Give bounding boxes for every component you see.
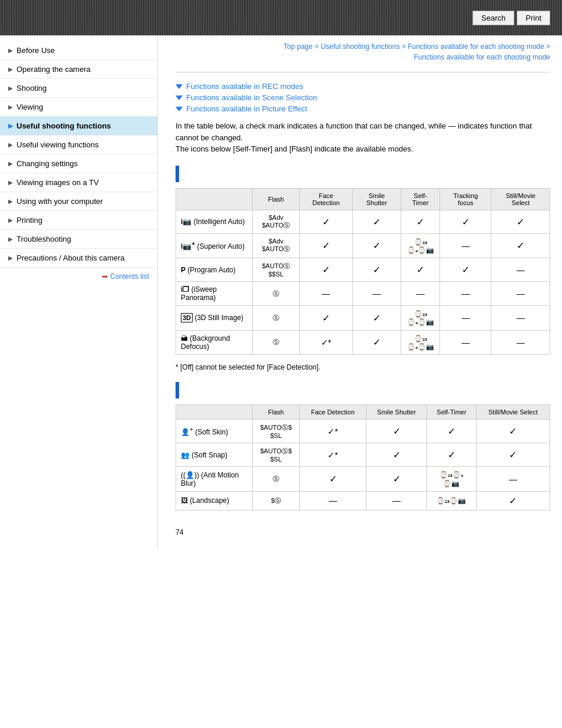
page-number: 74 <box>176 528 550 536</box>
col-header-mode <box>176 188 253 210</box>
tracking-bg-defocus: — <box>440 330 491 355</box>
sidebar-arrow-viewing: ▶ <box>8 104 13 110</box>
sidebar-item-useful-shooting[interactable]: ▶ Useful shooting functions <box>0 117 157 136</box>
content-divider <box>176 72 550 73</box>
link-rec-modes[interactable]: Functions available in REC modes <box>176 82 550 91</box>
breadcrumb-top[interactable]: Top page <box>283 42 312 51</box>
sidebar-arrow-useful-viewing: ▶ <box>8 141 13 148</box>
breadcrumb-functions-mode[interactable]: Functions available for each shooting mo… <box>408 42 544 51</box>
sidebar-item-operating[interactable]: ▶ Operating the camera <box>0 60 157 79</box>
section2-header <box>176 382 550 398</box>
breadcrumb-functions-mode2[interactable]: Functions available for each shooting mo… <box>414 53 550 61</box>
sidebar-item-changing-settings[interactable]: ▶ Changing settings <box>0 154 157 173</box>
tracking-3d-still: — <box>440 306 491 331</box>
sidebar-label-shooting: Shooting <box>16 84 47 93</box>
table-row: 👤+ (Soft Skin) $AUTOⓈ$$SL ✓* ✓ ✓ ✓ <box>176 420 550 443</box>
contents-link-arrow-icon: ➡ <box>102 272 108 281</box>
col2-header-mode <box>176 405 253 420</box>
col2-header-still-movie: Still/Movie Select <box>476 405 550 420</box>
face-soft-snap: ✓* <box>300 443 366 467</box>
flash-anti-motion-blur: Ⓢ <box>253 467 300 492</box>
sidebar-label-troubleshooting: Troubleshooting <box>16 235 71 243</box>
sidebar-item-before-use[interactable]: ▶ Before Use <box>0 41 157 60</box>
description-text: In the table below, a check mark indicat… <box>176 120 550 155</box>
sidebar-arrow-shooting: ▶ <box>8 85 13 91</box>
breadcrumb-useful-shooting[interactable]: Useful shooting functions <box>320 42 399 51</box>
selftimer-isweep: — <box>401 282 440 306</box>
sidebar-label-viewing-tv: Viewing images on a TV <box>16 178 99 187</box>
stillmovie-soft-skin: ✓ <box>476 420 550 443</box>
sidebar-arrow-precautions: ▶ <box>8 255 13 261</box>
page-header: Search Print <box>0 0 562 35</box>
sidebar-label-printing: Printing <box>16 216 42 225</box>
smile-soft-snap: ✓ <box>366 443 427 467</box>
selftimer-anti-motion-blur: ⌚₂₃⌚₄⌚📷 <box>427 467 477 492</box>
col-header-flash: Flash <box>253 188 300 210</box>
sidebar-arrow-changing-settings: ▶ <box>8 160 13 167</box>
section1-header <box>176 166 550 182</box>
sidebar-arrow-printing: ▶ <box>8 217 13 223</box>
search-button[interactable]: Search <box>472 11 514 25</box>
stillmovie-program-auto: — <box>491 258 550 282</box>
sidebar-label-useful-shooting: Useful shooting functions <box>16 121 111 130</box>
scene-selection-table: Flash Face Detection Smile Shutter Self-… <box>176 404 550 510</box>
table1-footnote: * [Off] cannot be selected for [Face Det… <box>176 363 550 371</box>
mode-superior-auto: i📷+ (Superior Auto) <box>176 233 253 258</box>
col2-header-smile: Smile Shutter <box>366 405 427 420</box>
mode-bg-defocus: 🏔 (Background Defocus) <box>176 330 253 355</box>
flash-soft-skin: $AUTOⓈ$$SL <box>253 420 300 443</box>
sidebar-item-viewing-tv[interactable]: ▶ Viewing images on a TV <box>0 173 157 192</box>
sidebar-item-troubleshooting[interactable]: ▶ Troubleshooting <box>0 230 157 249</box>
sidebar-item-using-computer[interactable]: ▶ Using with your computer <box>0 192 157 211</box>
sidebar-item-useful-viewing[interactable]: ▶ Useful viewing functions <box>0 136 157 154</box>
blue-bar-1 <box>176 166 179 182</box>
table-row: P (Program Auto) $AUTOⓈ$$SL ✓ ✓ ✓ ✓ — <box>176 258 550 282</box>
face-landscape: — <box>300 491 366 510</box>
smile-superior-auto: ✓ <box>352 233 401 258</box>
sidebar-item-viewing[interactable]: ▶ Viewing <box>0 98 157 117</box>
link-scene-selection[interactable]: Functions available in Scene Selection <box>176 93 550 102</box>
stillmovie-bg-defocus: — <box>491 330 550 355</box>
mode-3d-still: 3D (3D Still Image) <box>176 306 253 331</box>
description-line1: In the table below, a check mark indicat… <box>176 121 532 142</box>
sidebar-label-changing-settings: Changing settings <box>16 159 78 168</box>
table-row: ((👤)) (Anti Motion Blur) Ⓢ ✓ ✓ ⌚₂₃⌚₄⌚📷 — <box>176 467 550 492</box>
smile-soft-skin: ✓ <box>366 420 427 443</box>
mode-intelligent-auto: i📷 (Intelligent Auto) <box>176 210 253 233</box>
face-isweep: — <box>300 282 353 306</box>
stillmovie-intelligent-auto: ✓ <box>491 210 550 233</box>
sidebar-arrow-before-use: ▶ <box>8 47 13 54</box>
link-picture-effect[interactable]: Functions available in Picture Effect <box>176 104 550 113</box>
tracking-isweep: — <box>440 282 491 306</box>
smile-landscape: — <box>366 491 427 510</box>
selftimer-program-auto: ✓ <box>401 258 440 282</box>
stillmovie-isweep: — <box>491 282 550 306</box>
link-picture-effect-label: Functions available in Picture Effect <box>186 104 308 113</box>
sidebar-item-printing[interactable]: ▶ Printing <box>0 211 157 230</box>
contents-list-link[interactable]: ➡ Contents list <box>0 268 157 285</box>
link-rec-modes-label: Functions available in REC modes <box>186 82 303 91</box>
table-row: 🖼 (Landscape) $Ⓢ — — ⌚₂₃⌚📷 ✓ <box>176 491 550 510</box>
col2-header-flash: Flash <box>253 405 300 420</box>
sidebar-label-precautions: Precautions / About this camera <box>16 253 125 262</box>
mode-landscape: 🖼 (Landscape) <box>176 491 253 510</box>
sidebar-item-shooting[interactable]: ▶ Shooting <box>0 79 157 98</box>
table-row: 3D (3D Still Image) Ⓢ ✓ ✓ ⌚₂₃⌚₄⌚📷 — — <box>176 306 550 331</box>
face-bg-defocus: ✓* <box>300 330 353 355</box>
tracking-superior-auto: — <box>440 233 491 258</box>
table-row: i❐ (iSweep Panorama) Ⓢ — — — — — <box>176 282 550 306</box>
print-button[interactable]: Print <box>517 11 550 25</box>
col2-header-selftimer: Self-Timer <box>427 405 477 420</box>
selftimer-soft-skin: ✓ <box>427 420 477 443</box>
flash-bg-defocus: Ⓢ <box>253 330 300 355</box>
flash-isweep: Ⓢ <box>253 282 300 306</box>
flash-landscape: $Ⓢ <box>253 491 300 510</box>
sidebar-item-precautions[interactable]: ▶ Precautions / About this camera <box>0 249 157 268</box>
mode-program-auto: P (Program Auto) <box>176 258 253 282</box>
smile-program-auto: ✓ <box>352 258 401 282</box>
table-row: i📷 (Intelligent Auto) $Adv$AUTOⓈ ✓ ✓ ✓ ✓… <box>176 210 550 233</box>
triangle-icon-1 <box>176 84 183 89</box>
face-superior-auto: ✓ <box>300 233 353 258</box>
face-soft-skin: ✓* <box>300 420 366 443</box>
triangle-icon-3 <box>176 107 183 111</box>
